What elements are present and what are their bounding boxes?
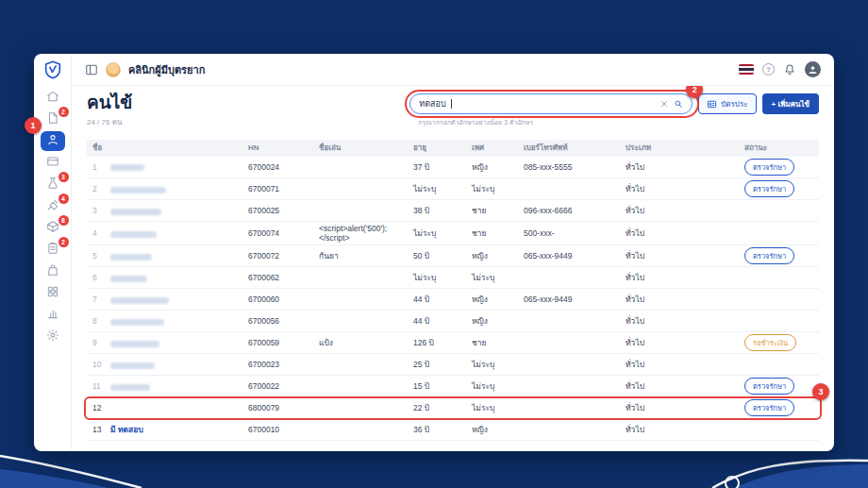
cell-hn: 6700056 — [242, 311, 313, 332]
patient-row[interactable]: 56700072กันยา50 ปีหญิง065-xxx-9449ทั่วไป… — [87, 245, 819, 267]
sidebar-item-documents[interactable]: 2 — [41, 109, 65, 129]
status-badge[interactable]: ตรวจรักษา — [744, 247, 794, 264]
cell-gender: ไม่ระบุ — [466, 267, 518, 289]
cell-age: 37 ปี — [408, 157, 466, 178]
cell-status — [739, 419, 819, 441]
patient-row[interactable]: 3670002538 ปีชาย096-xxx-6666ทั่วไป — [87, 200, 819, 222]
cell-gender: ชาย — [466, 222, 518, 245]
row-number: 1 — [92, 162, 103, 172]
cell-type: ทั่วไป — [620, 178, 739, 200]
clear-search-icon[interactable] — [659, 99, 669, 109]
search-input[interactable]: ทดสอบ — [409, 93, 693, 114]
cell-type: ทั่วไป — [620, 311, 739, 332]
status-badge[interactable]: ตรวจรักษา — [744, 399, 794, 416]
status-badge[interactable]: ตรวจรักษา — [744, 378, 794, 395]
patient-row[interactable]: 1670002437 ปีหญิง085-xxx-5555ทั่วไปตรวจร… — [87, 157, 819, 178]
search-value: ทดสอบ — [419, 97, 445, 110]
table-header-row: ชื่อ HN ชื่อเล่น อายุ เพศ เบอร์โทรศัพท์ … — [87, 140, 819, 157]
app-logo-shield-icon[interactable] — [42, 59, 63, 80]
status-badge[interactable]: รอชำระเงิน — [744, 334, 796, 351]
cell-hn: 6700023 — [242, 354, 313, 376]
patient-row[interactable]: 46700074<script>alert('500');</script>ไม… — [87, 222, 819, 245]
cell-nickname: <script>alert('500');</script> — [313, 222, 408, 245]
cell-status — [739, 289, 819, 311]
cell-gender: ไม่ระบุ — [466, 354, 518, 376]
sidebar-item-reports[interactable] — [41, 305, 65, 325]
row-number: 3 — [92, 206, 103, 215]
redacted-name — [110, 384, 150, 391]
status-badge[interactable]: ตรวจรักษา — [744, 180, 794, 197]
row-number: 8 — [92, 316, 103, 326]
cell-phone: 065-xxx-9449 — [518, 245, 620, 267]
user-avatar[interactable] — [805, 61, 821, 77]
notifications-bell-icon[interactable] — [783, 63, 796, 76]
notification-badge: 4 — [58, 194, 69, 204]
cell-age: ไม่ระบุ — [408, 222, 466, 245]
sidebar-item-injections[interactable]: 4 — [41, 196, 65, 216]
sidebar-item-inventory[interactable]: 8 — [41, 218, 65, 238]
cell-age: 50 ปี — [408, 245, 466, 267]
sidebar-item-settings[interactable] — [41, 327, 65, 346]
cell-status — [739, 311, 819, 332]
patient-row[interactable]: 26700071ไม่ระบุไม่ระบุทั่วไปตรวจรักษา — [87, 178, 819, 200]
desktop-background: 23482 คลินิกผู้มีบุตรยาก ? — [0, 0, 868, 488]
col-age: อายุ — [408, 140, 466, 157]
patient-row[interactable]: 7670006044 ปีหญิง065-xxx-9449ทั่วไป — [87, 289, 819, 311]
app-window: 23482 คลินิกผู้มีบุตรยาก ? — [34, 54, 834, 451]
cell-phone — [518, 311, 620, 332]
patient-row[interactable]: 66700062ไม่ระบุไม่ระบุทั่วไป — [87, 267, 819, 289]
cell-status: ตรวจรักษา — [739, 376, 819, 397]
cell-gender: หญิง — [466, 157, 518, 178]
sidebar-item-orders[interactable]: 2 — [41, 240, 65, 260]
cell-phone — [518, 397, 620, 419]
cell-type: ทั่วไป — [620, 245, 739, 267]
patient-name[interactable]: มี ทดสอบ — [110, 425, 143, 434]
sidebar-item-packages[interactable] — [41, 261, 65, 281]
redacted-name — [110, 187, 166, 194]
sidebar-item-patients[interactable] — [41, 131, 65, 151]
patient-row[interactable]: 10670002325 ปีไม่ระบุทั่วไป — [87, 354, 819, 376]
cell-nickname — [313, 376, 408, 397]
patient-row[interactable]: 11670002215 ปีไม่ระบุทั่วไปตรวจรักษา — [87, 376, 819, 397]
help-icon[interactable]: ? — [762, 63, 775, 76]
sidebar-toggle-icon[interactable] — [85, 63, 98, 76]
cell-nickname — [313, 354, 408, 376]
redacted-name — [110, 276, 147, 282]
cell-hn: 6700071 — [242, 178, 313, 200]
thai-flag-icon[interactable] — [739, 64, 754, 75]
search-wrap: ทดสอบ กรุณากรอกตัวอักษรอย่างน้อย 3 ตัวอั… — [409, 93, 693, 127]
cell-nickname: แป้ง — [313, 332, 408, 354]
id-card-button[interactable]: บัตรประ — [698, 93, 756, 114]
cell-phone: 065-xxx-9449 — [518, 289, 620, 311]
cell-status: ตรวจรักษา — [739, 178, 819, 200]
row-number: 12 — [92, 403, 103, 412]
sidebar-item-lab[interactable]: 3 — [41, 175, 65, 194]
patient-table: ชื่อ HN ชื่อเล่น อายุ เพศ เบอร์โทรศัพท์ … — [87, 140, 819, 442]
sidebar-item-appointments[interactable] — [41, 153, 65, 173]
cell-type: ทั่วไป — [620, 157, 739, 178]
cell-nickname — [313, 157, 408, 178]
documents-icon — [46, 111, 59, 128]
row-number: 9 — [92, 338, 103, 347]
clinic-avatar — [106, 62, 121, 77]
sidebar-item-modules[interactable] — [41, 283, 65, 303]
cell-phone — [518, 376, 620, 397]
search-helper-text: กรุณากรอกตัวอักษรอย่างน้อย 3 ตัวอักษร — [409, 117, 693, 127]
packages-icon — [46, 263, 59, 280]
modules-icon — [46, 285, 59, 302]
cell-nickname — [313, 289, 408, 311]
cell-age: 126 ปี — [408, 332, 466, 354]
cell-nickname: กันยา — [313, 245, 408, 267]
sidebar-item-home[interactable] — [41, 88, 65, 108]
patient-row[interactable]: 12680007922 ปีไม่ระบุทั่วไปตรวจรักษา — [87, 397, 819, 419]
cell-age: 25 ปี — [408, 354, 466, 376]
cell-hn: 6700060 — [242, 289, 313, 311]
col-gender: เพศ — [466, 140, 518, 157]
patient-row[interactable]: 8670005644 ปีหญิงทั่วไป — [87, 311, 819, 332]
patient-row[interactable]: 13มี ทดสอบ670001036 ปีหญิงทั่วไป — [87, 419, 819, 441]
patient-row[interactable]: 96700059แป้ง126 ปีชายทั่วไปรอชำระเงิน — [87, 332, 819, 354]
cell-age: ไม่ระบุ — [408, 178, 466, 200]
add-patient-button[interactable]: + เพิ่มคนไข้ — [762, 93, 820, 114]
status-badge[interactable]: ตรวจรักษา — [744, 159, 794, 176]
search-icon[interactable] — [674, 99, 683, 109]
